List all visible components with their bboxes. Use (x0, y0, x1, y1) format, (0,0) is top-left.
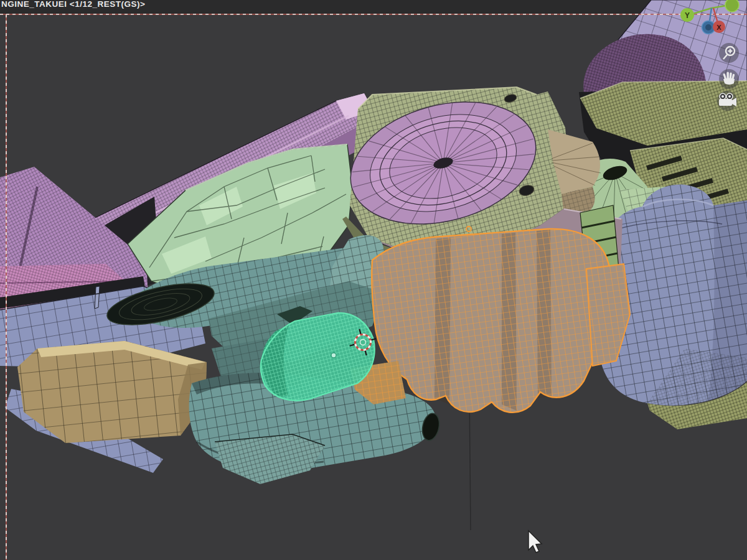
zoom-button[interactable] (719, 43, 739, 63)
pan-button[interactable] (719, 69, 739, 89)
gizmo-axis-y-ball[interactable]: Y (680, 8, 694, 22)
origin-dot-active (331, 353, 336, 358)
nav-buttons (717, 43, 739, 111)
blender-3d-viewport[interactable]: NGINE_TAKUEI <1/12_REST(GS)> (0, 0, 747, 560)
gizmo-axis-x-ball[interactable]: X (713, 21, 725, 33)
svg-text:Y: Y (685, 11, 690, 20)
svg-text:X: X (716, 24, 721, 31)
mesh-tan-box[interactable] (17, 341, 207, 443)
camera-view-button[interactable] (717, 91, 737, 111)
viewport-title-text: NGINE_TAKUEI <1/12_REST(GS)> (1, 0, 145, 9)
gizmo-axis-y-neg-ball[interactable] (725, 0, 739, 12)
